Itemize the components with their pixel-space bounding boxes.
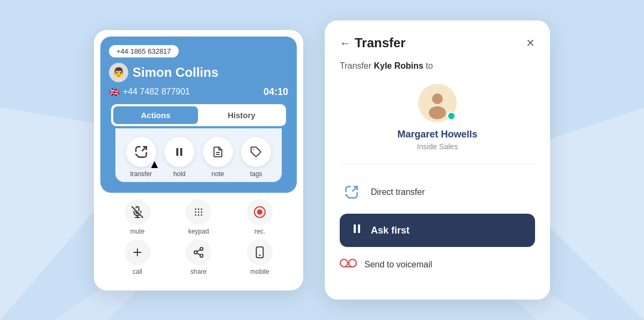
note-action[interactable]: note xyxy=(203,137,233,178)
svg-point-12 xyxy=(195,208,196,210)
phone-top-section: +44 1865 632817 👨 Simon Collins 🇬🇧 +44 7… xyxy=(100,37,297,193)
agent-status-dot xyxy=(447,112,456,120)
transfer-label: transfer xyxy=(130,170,152,178)
direct-transfer-label: Direct transfer xyxy=(371,187,425,197)
transfer-phone-icon xyxy=(344,185,359,200)
voicemail-option[interactable]: Send to voicemail xyxy=(340,249,535,280)
cursor-icon: ▲ xyxy=(149,157,160,171)
close-button[interactable]: ✕ xyxy=(526,37,535,49)
svg-point-19 xyxy=(198,214,200,216)
note-label: note xyxy=(211,170,224,178)
bottom-controls: mute keypad rec. xyxy=(94,193,303,282)
call-control[interactable]: call xyxy=(116,239,159,275)
svg-point-31 xyxy=(432,93,443,104)
share-icon xyxy=(193,246,204,258)
note-icon xyxy=(212,146,224,158)
call-icon xyxy=(131,246,143,258)
transfer-panel: ← Transfer ✕ Transfer Kyle Robins to Mar… xyxy=(325,20,550,300)
mute-label: mute xyxy=(130,228,145,235)
svg-point-15 xyxy=(195,211,196,213)
keypad-control[interactable]: keypad xyxy=(177,199,220,235)
tabs-container: Actions History xyxy=(111,104,286,126)
svg-point-32 xyxy=(429,106,446,119)
svg-point-18 xyxy=(195,214,196,216)
caller-name-row: 👨 Simon Collins xyxy=(109,63,288,82)
transfer-title-row: ← Transfer xyxy=(340,35,406,50)
transfer-subtitle: Transfer Kyle Robins to xyxy=(340,61,535,71)
caller-name: Simon Collins xyxy=(133,65,218,80)
agent-avatar-wrap xyxy=(418,84,457,122)
avatar: 👨 xyxy=(109,63,128,82)
direct-transfer-option[interactable]: Direct transfer xyxy=(340,173,535,212)
voicemail-svg-icon xyxy=(340,257,357,270)
share-icon-bg xyxy=(186,239,211,265)
hold-label: hold xyxy=(173,170,186,178)
agent-dept: Inside Sales xyxy=(417,142,458,151)
voicemail-icon xyxy=(340,257,357,273)
svg-rect-4 xyxy=(177,148,179,156)
tab-actions[interactable]: Actions xyxy=(113,106,198,124)
mute-icon xyxy=(131,206,143,218)
share-label: share xyxy=(191,268,207,275)
svg-rect-5 xyxy=(180,148,182,156)
rec-icon xyxy=(254,206,266,218)
flag-icon: 🇬🇧 xyxy=(109,87,120,97)
call-icon-bg xyxy=(125,239,150,265)
controls-row-1: mute keypad rec. xyxy=(107,199,290,235)
transfer-icon xyxy=(134,145,148,159)
svg-point-13 xyxy=(198,208,200,210)
hold-icon-circle xyxy=(164,137,194,167)
mobile-control[interactable]: mobile xyxy=(238,239,281,275)
transfer-header: ← Transfer ✕ xyxy=(340,35,535,50)
share-control[interactable]: share xyxy=(177,239,220,275)
transfer-icon-circle: ▲ xyxy=(126,137,156,167)
direct-transfer-icon xyxy=(340,180,363,204)
transfer-action[interactable]: ▲ transfer xyxy=(126,137,156,178)
tags-icon-circle xyxy=(241,137,271,167)
svg-line-27 xyxy=(197,249,200,251)
tag-icon xyxy=(250,146,262,158)
ask-first-label: Ask first xyxy=(371,225,409,236)
svg-rect-33 xyxy=(354,224,356,233)
tags-action[interactable]: tags xyxy=(241,137,271,178)
ask-first-button[interactable]: Ask first xyxy=(340,214,535,247)
call-label: call xyxy=(133,268,142,275)
caller-number-row: 🇬🇧 +44 7482 877901 04:10 xyxy=(109,86,288,98)
mobile-label: mobile xyxy=(250,268,269,275)
rec-inner-dot xyxy=(257,209,262,215)
note-icon-circle xyxy=(203,137,233,167)
keypad-label: keypad xyxy=(188,228,209,235)
voicemail-label: Send to voicemail xyxy=(364,260,432,270)
rec-control[interactable]: rec. xyxy=(238,199,281,235)
controls-row-2: call share xyxy=(107,239,290,275)
call-timer: 04:10 xyxy=(264,86,288,98)
transfer-title: Transfer xyxy=(355,35,406,50)
rec-icon-bg xyxy=(247,199,273,225)
divider xyxy=(340,164,535,164)
hold-action[interactable]: hold xyxy=(164,137,194,178)
agent-card: Margaret Howells Inside Sales xyxy=(340,84,535,151)
svg-point-14 xyxy=(201,208,202,210)
svg-point-20 xyxy=(201,214,202,216)
rec-label: rec. xyxy=(254,228,265,235)
svg-point-35 xyxy=(340,259,348,267)
ask-first-pause-icon xyxy=(350,222,363,238)
pause-white-icon xyxy=(350,222,363,235)
mobile-icon-bg xyxy=(247,239,273,265)
pause-icon xyxy=(173,146,185,158)
mute-icon-bg xyxy=(125,199,150,225)
caller-number: 🇬🇧 +44 7482 877901 xyxy=(109,87,190,97)
phone-card: +44 1865 632817 👨 Simon Collins 🇬🇧 +44 7… xyxy=(94,30,303,290)
keypad-icon-bg xyxy=(186,199,211,225)
svg-point-36 xyxy=(349,259,356,267)
back-arrow-button[interactable]: ← xyxy=(340,37,350,49)
svg-rect-28 xyxy=(257,246,264,257)
tab-history[interactable]: History xyxy=(199,106,284,124)
keypad-icon xyxy=(193,206,204,218)
svg-line-26 xyxy=(197,253,200,255)
mobile-icon xyxy=(255,246,265,258)
svg-rect-34 xyxy=(358,224,360,233)
tags-label: tags xyxy=(250,170,262,178)
svg-point-17 xyxy=(201,211,202,213)
mute-control[interactable]: mute xyxy=(116,199,159,235)
